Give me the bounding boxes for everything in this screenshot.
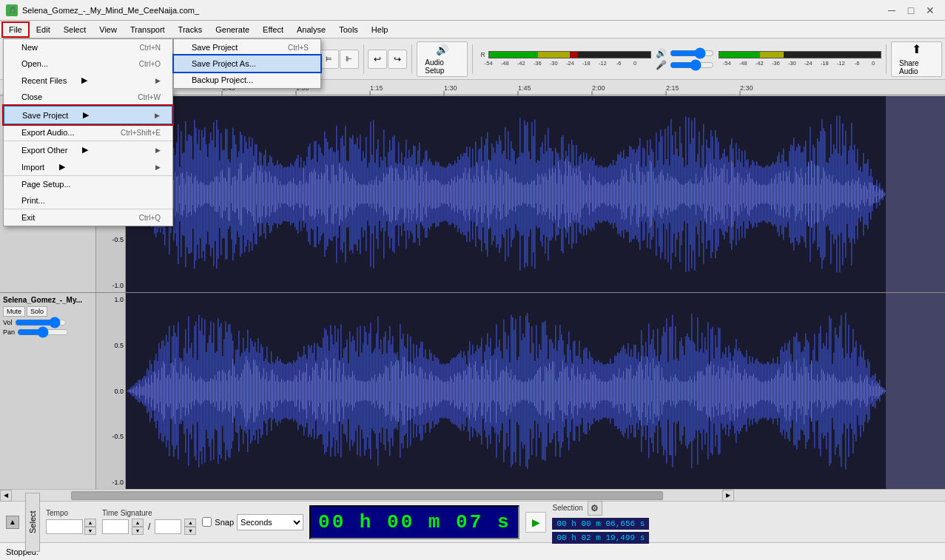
- file-page-setup[interactable]: Page Setup...: [4, 176, 172, 192]
- file-open[interactable]: Open... Ctrl+O: [4, 55, 172, 72]
- file-save-project[interactable]: Save Project ▶: [4, 106, 172, 124]
- file-close[interactable]: Close Ctrl+W: [4, 89, 172, 106]
- file-dropdown: New Ctrl+N Open... Ctrl+O Recent Files ▶…: [3, 38, 173, 226]
- save-project-as-item[interactable]: Save Project As...: [174, 55, 320, 72]
- file-exit[interactable]: Exit Ctrl+Q: [4, 209, 172, 226]
- save-project-item[interactable]: Save Project Ctrl+S: [174, 39, 320, 55]
- save-project-submenu: Save Project Ctrl+S Save Project As... B…: [173, 38, 321, 89]
- file-export-other[interactable]: Export Other ▶: [4, 141, 172, 158]
- dropdown-overlay: New Ctrl+N Open... Ctrl+O Recent Files ▶…: [0, 0, 945, 560]
- file-recent[interactable]: Recent Files ▶: [4, 72, 172, 89]
- file-import[interactable]: Import ▶: [4, 158, 172, 176]
- file-export-audio[interactable]: Export Audio... Ctrl+Shift+E: [4, 124, 172, 141]
- file-new[interactable]: New Ctrl+N: [4, 39, 172, 55]
- file-print[interactable]: Print...: [4, 192, 172, 209]
- backup-project-item[interactable]: Backup Project...: [174, 72, 320, 88]
